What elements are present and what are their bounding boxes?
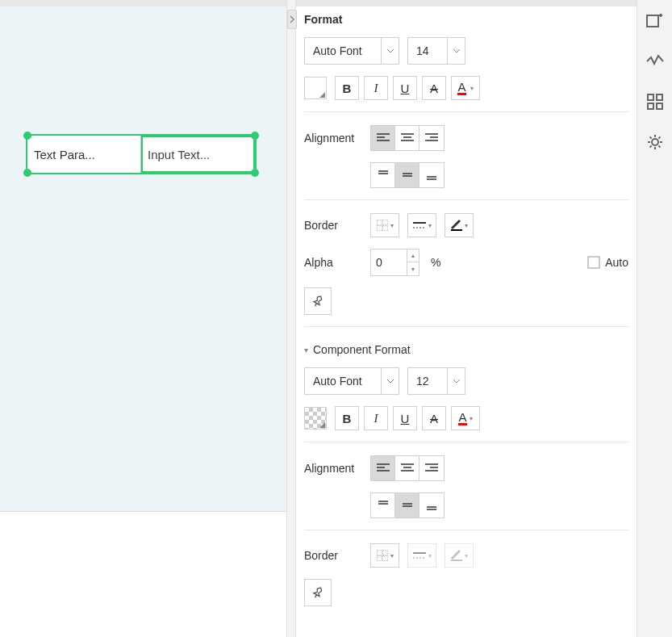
v-align-group [370,162,445,188]
component-align-bottom-button[interactable] [419,493,444,518]
chevron-down-icon: ▾ [470,415,473,422]
component-size-dropdown[interactable]: 12 [407,367,465,395]
panel-title: Format [304,6,628,37]
align-center-button[interactable] [395,126,419,150]
align-right-button[interactable] [419,126,444,150]
h-align-group [370,125,445,151]
italic-icon: I [374,82,378,95]
canvas-area[interactable]: Text Para... Input Text... [0,0,286,637]
chevron-down-icon: ▾ [304,346,308,354]
border-color-dropdown[interactable]: ▾ [445,213,474,237]
svg-rect-4 [647,15,658,27]
component-alignment-label: Alignment [304,462,362,475]
svg-point-9 [652,139,658,145]
align-top-icon [377,500,390,511]
component-italic-button[interactable]: I [364,406,388,430]
line-style-icon [413,551,426,559]
component-bg-color-picker[interactable] [304,407,327,430]
add-component-button[interactable] [644,10,666,32]
component-align-top-button[interactable] [371,493,395,518]
component-v-align-group [370,492,445,518]
resize-handle-tr[interactable] [251,132,259,140]
alpha-increase-button[interactable]: ▲ [407,249,419,262]
component-align-middle-button[interactable] [395,493,419,518]
collapse-panel-button[interactable] [287,10,297,29]
component-align-left-button[interactable] [371,456,395,480]
component-font-dropdown[interactable]: Auto Font [304,367,399,395]
component-align-center-button[interactable] [395,456,419,480]
component-font-color-button[interactable]: A ▾ [451,406,480,430]
section-divider [304,199,628,200]
component-pin-button[interactable] [304,579,332,606]
component-border-style-dropdown[interactable]: ▾ [370,543,399,568]
resize-handle-bl[interactable] [23,169,31,177]
component-underline-button[interactable]: U [393,406,417,430]
pin-icon [311,586,324,599]
component-bold-button[interactable]: B [335,406,359,430]
canvas-empty-area [0,511,286,637]
font-color-icon: A [457,82,465,95]
chevron-down-icon: ▾ [465,222,468,229]
underline-button[interactable]: U [393,76,417,100]
align-left-button[interactable] [371,126,395,150]
chart-activity-button[interactable] [644,50,666,73]
alpha-value-field[interactable] [371,249,407,275]
alpha-spinner: ▲ ▼ [407,249,419,275]
resize-handle-br[interactable] [251,169,259,177]
widget-input[interactable]: Input Text... [141,136,255,173]
italic-icon: I [374,412,378,425]
align-middle-icon [401,500,414,511]
border-line-dropdown[interactable]: ▾ [407,213,436,237]
app-root: Text Para... Input Text... Format Auto F… [0,0,672,637]
gear-icon [646,133,664,151]
chevron-down-icon: ▾ [428,552,432,559]
section-divider [304,326,628,327]
component-border-line-dropdown[interactable]: ▾ [407,543,436,568]
alpha-input[interactable]: ▲ ▼ [370,249,419,276]
font-color-button[interactable]: A ▾ [451,76,480,100]
auto-checkbox[interactable] [587,256,600,269]
component-h-align-group [370,455,445,481]
alpha-label: Alpha [304,256,362,269]
bold-button[interactable]: B [335,76,359,100]
pin-button[interactable] [304,287,332,315]
align-bottom-button[interactable] [419,163,444,187]
pencil-icon [451,220,462,231]
chevron-down-icon [447,368,465,394]
background-color-picker[interactable] [304,77,327,99]
strikethrough-icon: A [430,412,438,425]
chevron-down-icon: ▾ [465,552,468,559]
svg-rect-8 [657,103,662,109]
border-label: Border [304,219,362,232]
align-middle-button[interactable] [395,163,419,187]
svg-rect-3 [451,559,462,561]
component-strikethrough-button[interactable]: A [422,406,446,430]
grid-view-button[interactable] [644,90,666,113]
dropdown-triangle-icon [319,422,325,428]
percent-label: % [431,256,440,269]
align-bottom-icon [425,170,438,181]
text-para-widget[interactable]: Text Para... Input Text... [26,134,257,174]
add-component-icon [646,13,664,29]
font-size-dropdown[interactable]: 14 [407,37,465,65]
border-style-dropdown[interactable]: ▾ [370,213,399,237]
bold-icon: B [343,412,352,425]
component-format-header[interactable]: ▾ Component Format [304,340,628,367]
italic-button[interactable]: I [364,76,388,100]
alpha-decrease-button[interactable]: ▼ [407,262,419,275]
resize-handle-tl[interactable] [23,132,31,140]
component-border-color-dropdown[interactable]: ▾ [445,543,474,568]
underline-icon: U [401,412,410,425]
svg-rect-7 [648,103,653,109]
align-left-icon [377,133,390,143]
component-align-right-button[interactable] [419,456,444,480]
panel-divider[interactable] [286,0,296,637]
align-center-icon [401,133,414,143]
chevron-down-icon [381,38,399,64]
strikethrough-button[interactable]: A [422,76,446,100]
font-family-dropdown[interactable]: Auto Font [304,37,399,65]
settings-button[interactable] [644,131,666,153]
align-top-button[interactable] [371,163,395,187]
font-color-icon: A [458,412,466,425]
line-style-icon [413,221,426,229]
